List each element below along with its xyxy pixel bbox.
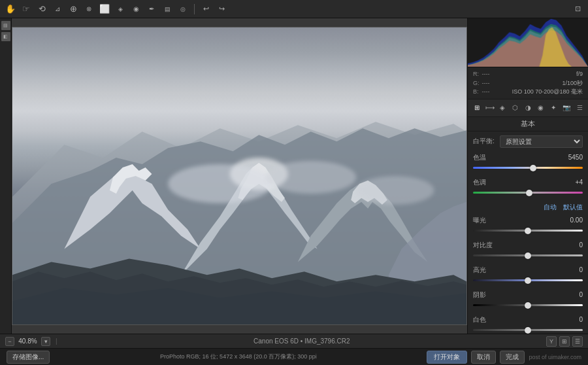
panel-tool-effects[interactable]: ✦ xyxy=(548,102,559,114)
exposure-row: 曝光 0.00 xyxy=(473,216,583,235)
wb-select[interactable]: 原照设置 xyxy=(500,135,583,148)
tool-straighten[interactable]: ⊿ xyxy=(51,3,64,16)
tool-grad-filter[interactable]: ▤ xyxy=(161,3,174,16)
shadows-value: 0 xyxy=(563,291,583,298)
tool-retouch[interactable]: ◈ xyxy=(114,3,127,16)
iso-focal-value: ISO 100 70-200@180 毫米 xyxy=(512,88,583,96)
left-nav-icon[interactable]: ◧ xyxy=(1,32,10,41)
tool-adj-brush[interactable]: ✒ xyxy=(145,3,158,16)
bottom-bar: − 40.8% ▾ | Canon EOS 6D • IMG_3796.CR2 … xyxy=(0,334,588,348)
whites-value: 0 xyxy=(563,316,583,323)
photo-image xyxy=(12,27,466,324)
maximize-button[interactable]: ⊡ xyxy=(571,3,584,16)
histogram xyxy=(468,18,588,67)
histogram-canvas xyxy=(468,18,588,67)
tint-slider[interactable] xyxy=(473,188,583,198)
panel-tool-detail[interactable]: ◈ xyxy=(497,102,508,114)
brand-label: post of uimaker.com xyxy=(529,354,581,360)
left-panel: ▤ ◧ xyxy=(0,18,12,334)
top-toolbar: ✋ ☞ ⟲ ⊿ ⊕ ⊗ ⬜ ◈ ◉ ✒ ▤ ◎ ↩ ↪ ⊡ xyxy=(0,0,588,18)
g-label: G: xyxy=(473,79,480,88)
tool-radial[interactable]: ◎ xyxy=(176,3,189,16)
tool-hand[interactable]: ☞ xyxy=(20,3,33,16)
whites-thumb[interactable] xyxy=(525,327,531,334)
highlights-slider[interactable] xyxy=(473,276,583,285)
tool-crop[interactable]: ⬜ xyxy=(98,3,111,16)
tool-undo[interactable]: ↩ xyxy=(199,3,212,16)
main-area: ▤ ◧ xyxy=(0,18,588,334)
panel-menu-icon[interactable]: ☰ xyxy=(576,103,584,113)
highlights-thumb[interactable] xyxy=(525,277,531,284)
temp-thumb[interactable] xyxy=(530,165,536,171)
panel-tool-split[interactable]: ◑ xyxy=(523,102,534,114)
contrast-thumb[interactable] xyxy=(525,252,531,259)
panel-tools: ⊞ ⟼ ◈ ⬡ ◑ ◉ ✦ 📷 ☰ xyxy=(468,99,588,117)
svg-point-12 xyxy=(356,176,434,205)
svg-point-10 xyxy=(168,164,272,203)
panel-tool-hsl[interactable]: ⬡ xyxy=(510,102,521,114)
contrast-slider[interactable] xyxy=(473,251,583,260)
shadows-slider[interactable] xyxy=(473,301,583,310)
footer-right: 打开对象 取消 完成 post of uimaker.com xyxy=(427,351,581,364)
open-object-button[interactable]: 打开对象 xyxy=(427,351,467,364)
shadows-thumb[interactable] xyxy=(525,302,531,309)
panel-tool-lens[interactable]: ◉ xyxy=(536,102,547,114)
tint-thumb[interactable] xyxy=(526,190,532,196)
wb-label: 白平衡: xyxy=(473,137,496,146)
footer-info: ProPhoto RGB; 16 位; 5472 x 3648 (20.0 百万… xyxy=(50,353,427,361)
auto-button[interactable]: 自动 xyxy=(544,203,557,212)
tool-redo[interactable]: ↪ xyxy=(215,3,228,16)
footer-left: 存储图像... xyxy=(7,351,50,364)
tool-redeye[interactable]: ◉ xyxy=(129,3,142,16)
status-sep: | xyxy=(56,338,57,345)
menu-icon[interactable]: ☰ xyxy=(572,336,583,347)
exposure-thumb[interactable] xyxy=(525,228,531,234)
shutter-value: 1/100秒 xyxy=(512,79,583,88)
tint-label: 色调 xyxy=(473,178,486,187)
done-button[interactable]: 完成 xyxy=(500,351,525,364)
r-label: R: xyxy=(473,70,480,78)
color-temp-row: 色温 5450 xyxy=(473,153,583,173)
whites-slider[interactable] xyxy=(473,326,583,334)
g-value: ---- xyxy=(482,79,512,88)
tool-target[interactable]: ⊗ xyxy=(82,3,95,16)
left-filmstrip-icon[interactable]: ▤ xyxy=(1,21,10,30)
y-icon[interactable]: Y xyxy=(546,336,557,347)
panel-tool-camera[interactable]: 📷 xyxy=(561,102,572,114)
bottom-icons: Y ⊞ ☰ xyxy=(546,336,583,347)
contrast-row: 对比度 0 xyxy=(473,241,583,260)
adjustments-panel: 白平衡: 原照设置 色温 5450 xyxy=(468,131,588,334)
white-balance-row: 白平衡: 原照设置 xyxy=(473,135,583,148)
zoom-out-button[interactable]: − xyxy=(5,337,14,346)
filename-display: Canon EOS 6D • IMG_3796.CR2 xyxy=(63,338,541,345)
svg-point-11 xyxy=(265,161,356,194)
camera-info: R: G: B: ---- ---- ---- f/9 1/100秒 ISO 1… xyxy=(468,67,588,99)
r-value: ---- xyxy=(482,70,512,78)
section-header: 基本 xyxy=(468,117,588,131)
tool-cursor[interactable]: ✋ xyxy=(4,3,17,16)
default-button[interactable]: 默认值 xyxy=(563,203,583,212)
cancel-button[interactable]: 取消 xyxy=(471,351,496,364)
tool-sep1 xyxy=(194,4,195,14)
temp-slider[interactable] xyxy=(473,164,583,173)
photo-container xyxy=(12,27,467,325)
contrast-value: 0 xyxy=(563,241,583,249)
b-label: B: xyxy=(473,88,480,96)
highlights-row: 高光 0 xyxy=(473,266,583,285)
aperture-value: f/9 xyxy=(512,70,583,78)
highlights-value: 0 xyxy=(563,266,583,273)
grid-icon[interactable]: ⊞ xyxy=(559,336,570,347)
canvas-area[interactable] xyxy=(12,18,467,334)
tool-eyedropper[interactable]: ⊕ xyxy=(67,3,80,16)
zoom-value: 40.8% xyxy=(16,338,39,345)
panel-tool-basic[interactable]: ⊞ xyxy=(472,102,483,114)
panel-tool-tone[interactable]: ⟼ xyxy=(485,102,496,114)
auto-default-row: 自动 默认值 xyxy=(473,203,583,212)
shadows-row: 阴影 0 xyxy=(473,290,583,310)
exposure-slider[interactable] xyxy=(473,226,583,235)
tool-crop-rotate[interactable]: ⟲ xyxy=(35,3,48,16)
highlights-label: 高光 xyxy=(473,266,486,275)
save-image-button[interactable]: 存储图像... xyxy=(7,351,50,364)
footer-bar: 存储图像... ProPhoto RGB; 16 位; 5472 x 3648 … xyxy=(0,348,588,365)
zoom-dropdown-button[interactable]: ▾ xyxy=(41,337,50,346)
